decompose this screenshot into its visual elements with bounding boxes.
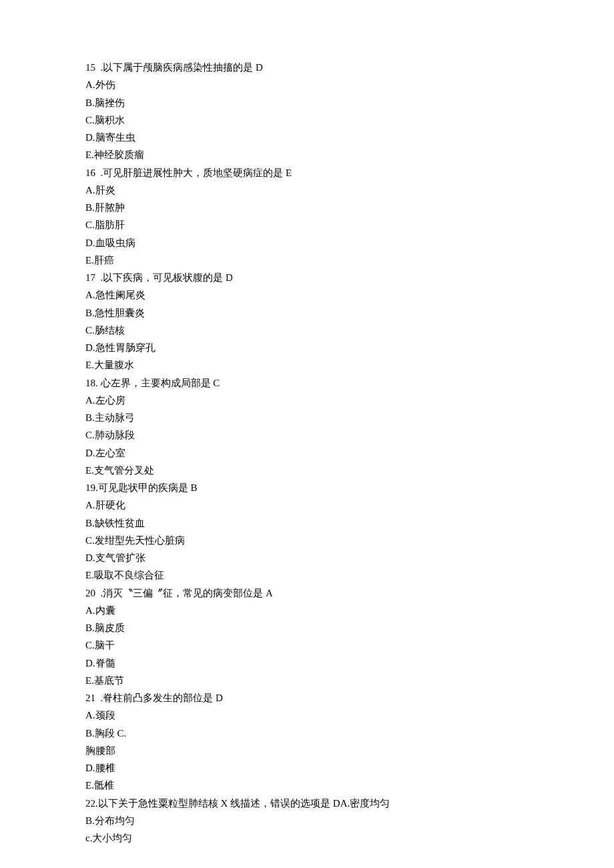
question-stem: 20 .消灭〝三偏〞征，常见的病变部位是 A	[85, 584, 513, 602]
question-option: B.肝脓肿	[85, 199, 513, 216]
question-option: B.脑挫伤	[85, 94, 513, 111]
question-stem: 19.可见匙状甲的疾病是 B	[85, 479, 513, 496]
question-option: c.大小均匀	[85, 829, 513, 847]
question-option: A.颈段	[85, 707, 513, 724]
question-option: B.主动脉弓	[85, 409, 513, 426]
question-option: C.发绀型先天性心脏病	[85, 532, 513, 549]
question-option: A.肝炎	[85, 181, 513, 199]
question-option: B.分布均匀	[85, 812, 513, 829]
question-option: E.肝癌	[85, 252, 513, 269]
question-stem: 21 .脊柱前凸多发生的部位是 D	[85, 689, 513, 707]
question-option: E.神经胶质瘤	[85, 146, 513, 163]
question-option: C.肺动脉段	[85, 426, 513, 444]
question-option: C.脑积水	[85, 111, 513, 129]
question-option: D.血吸虫病	[85, 234, 513, 252]
question-option: E.大量腹水	[85, 356, 513, 374]
question-option: D.脑寄生虫	[85, 129, 513, 146]
question-option: A.内囊	[85, 602, 513, 619]
question-option: B.脑皮质	[85, 619, 513, 636]
question-option: C.脂肪肝	[85, 216, 513, 234]
question-option: A.左心房	[85, 392, 513, 409]
question-option: C.肠结核	[85, 322, 513, 339]
question-option: B.胸段 C.	[85, 725, 513, 742]
question-option: D.支气管扩张	[85, 549, 513, 566]
question-option: E.骶椎	[85, 777, 513, 794]
question-stem: 16 .可见肝脏进展性肿大，质地坚硬病症的是 E	[85, 164, 513, 181]
question-stem: 17 .以下疾病，可见板状腹的是 D	[85, 269, 513, 286]
question-option: D.脊髓	[85, 655, 513, 672]
question-option: A.急性阑尾炎	[85, 286, 513, 304]
question-option: E.基底节	[85, 672, 513, 689]
question-stem: 15 .以下属于颅脑疾病感染性抽搐的是 D	[85, 59, 513, 76]
question-option: E.吸取不良综合征	[85, 566, 513, 584]
question-option: D.左心室	[85, 444, 513, 462]
question-option: A.肝硬化	[85, 496, 513, 514]
question-option: D.腰椎	[85, 759, 513, 777]
question-option: A.外伤	[85, 76, 513, 93]
question-option: 胸腰部	[85, 742, 513, 759]
question-stem: 22.以下关于急性粟粒型肺结核 X 线描述，错误的选项是 DA.密度均匀	[85, 795, 513, 812]
question-option: B.缺铁性贫血	[85, 514, 513, 532]
question-option: B.急性胆囊炎	[85, 304, 513, 322]
document-page: 15 .以下属于颅脑疾病感染性抽搐的是 D A.外伤 B.脑挫伤 C.脑积水 D…	[0, 0, 513, 868]
question-stem: 18. 心左界，主要构成局部是 C	[85, 374, 513, 392]
question-option: E.支气管分叉处	[85, 462, 513, 479]
question-option: D.急性胃肠穿孔	[85, 339, 513, 356]
question-option: C.脑干	[85, 636, 513, 654]
